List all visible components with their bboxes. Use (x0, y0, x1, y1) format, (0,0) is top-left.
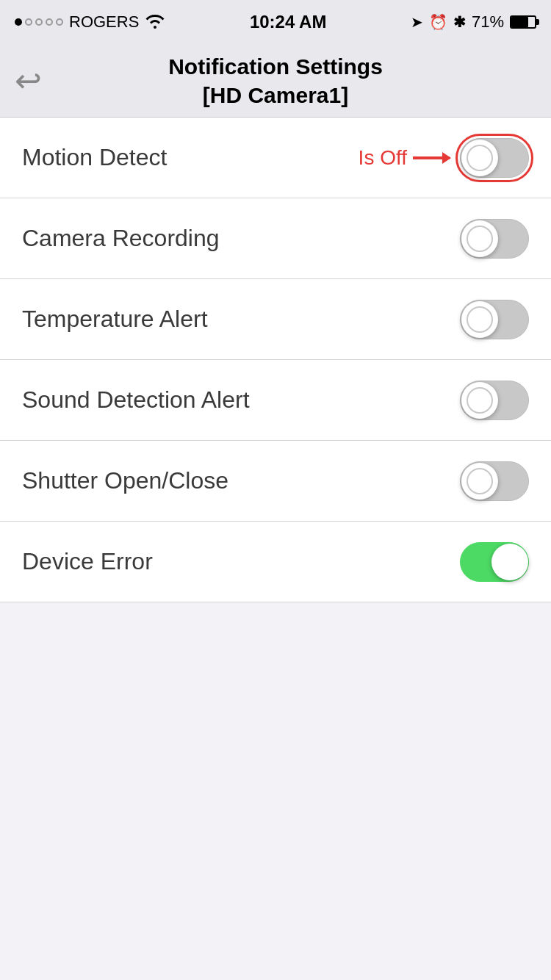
device-error-label: Device Error (22, 548, 153, 575)
sound-detection-right (460, 381, 529, 420)
annotation-container: Is Off (359, 146, 450, 170)
camera-recording-right (460, 219, 529, 259)
back-button[interactable]: ↩ (15, 65, 42, 97)
motion-detect-label: Motion Detect (22, 144, 167, 171)
bluetooth-icon: ✱ (453, 13, 466, 31)
settings-item-shutter: Shutter Open/Close (0, 441, 551, 522)
is-off-label: Is Off (359, 146, 407, 170)
nav-bar: ↩ Notification Settings [HD Camera1] (0, 44, 551, 118)
status-bar: ROGERS 10:24 AM ➤ ⏰ ✱ 71% (0, 0, 551, 44)
camera-recording-toggle-thumb (461, 220, 498, 257)
motion-detect-toggle-thumb (461, 140, 498, 176)
device-error-toggle-thumb (491, 544, 528, 580)
camera-recording-label: Camera Recording (22, 225, 220, 252)
settings-item-device-error: Device Error I (0, 522, 551, 602)
toggle-thumb-ring (467, 226, 493, 252)
temperature-alert-toggle-thumb (461, 301, 498, 338)
signal-dot-2 (25, 18, 32, 26)
arrow-right-icon (413, 156, 450, 159)
sound-detection-toggle[interactable] (460, 381, 529, 420)
sound-detection-toggle-thumb (461, 382, 498, 419)
toggle-thumb-ring (467, 306, 493, 333)
device-error-toggle[interactable]: I (460, 542, 529, 582)
location-icon: ➤ (411, 13, 423, 31)
status-time: 10:24 AM (250, 12, 326, 32)
signal-dot-4 (46, 18, 53, 26)
status-right: ➤ ⏰ ✱ 71% (411, 12, 536, 32)
settings-item-motion-detect: Motion Detect Is Off (0, 118, 551, 198)
toggle-thumb-ring (467, 468, 493, 494)
signal-dot-5 (56, 18, 63, 26)
settings-item-temperature-alert: Temperature Alert (0, 279, 551, 360)
shutter-toggle[interactable] (460, 461, 529, 501)
motion-detect-toggle[interactable] (460, 138, 529, 178)
battery-percent: 71% (472, 12, 504, 32)
settings-item-camera-recording: Camera Recording (0, 198, 551, 279)
temperature-alert-label: Temperature Alert (22, 306, 208, 333)
toggle-thumb-ring (467, 145, 493, 171)
nav-title: Notification Settings [HD Camera1] (168, 52, 383, 109)
signal-dot-3 (35, 18, 43, 26)
back-arrow-icon: ↩ (15, 65, 42, 97)
nav-title-line1: Notification Settings (168, 52, 383, 81)
camera-recording-toggle[interactable] (460, 219, 529, 259)
settings-list: Motion Detect Is Off Camera Recording (0, 118, 551, 602)
temperature-alert-toggle[interactable] (460, 300, 529, 339)
device-error-right: I (460, 542, 529, 582)
signal-dot-1 (15, 18, 22, 26)
wifi-icon (145, 12, 165, 32)
shutter-right (460, 461, 529, 501)
settings-item-sound-detection: Sound Detection Alert (0, 360, 551, 441)
shutter-label: Shutter Open/Close (22, 467, 228, 494)
sound-detection-label: Sound Detection Alert (22, 386, 250, 414)
battery-icon (510, 15, 536, 29)
status-left: ROGERS (15, 12, 165, 32)
device-error-on-text: I (516, 552, 521, 572)
carrier-label: ROGERS (69, 12, 139, 32)
shutter-toggle-thumb (461, 463, 498, 500)
motion-detect-right: Is Off (359, 138, 529, 178)
temperature-alert-right (460, 300, 529, 339)
alarm-icon: ⏰ (429, 13, 447, 31)
nav-title-line2: [HD Camera1] (168, 81, 383, 109)
toggle-thumb-ring (467, 387, 493, 414)
signal-dots (15, 18, 63, 26)
